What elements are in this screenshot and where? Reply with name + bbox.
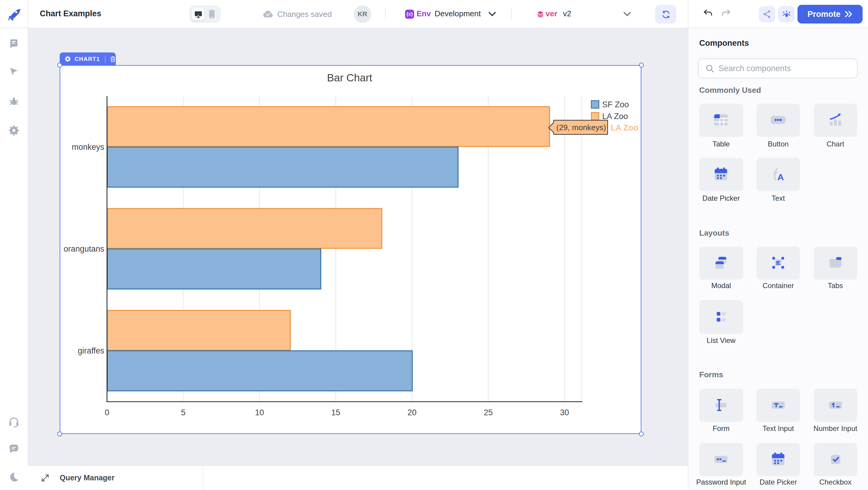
svg-text:giraffes: giraffes bbox=[78, 346, 104, 355]
svg-text:10: 10 bbox=[255, 408, 264, 417]
svg-text:30: 30 bbox=[560, 408, 569, 417]
svg-text:25: 25 bbox=[484, 408, 493, 417]
svg-text:LA Zoo: LA Zoo bbox=[610, 123, 638, 132]
svg-text:0: 0 bbox=[104, 408, 109, 417]
svg-text:A: A bbox=[777, 172, 784, 182]
svg-text:Bar Chart: Bar Chart bbox=[327, 72, 372, 84]
svg-text:monkeys: monkeys bbox=[71, 143, 104, 152]
svg-text:SF Zoo: SF Zoo bbox=[602, 100, 629, 109]
svg-text:LA Zoo: LA Zoo bbox=[602, 112, 628, 121]
svg-text:orangutans: orangutans bbox=[63, 244, 104, 253]
svg-text:15: 15 bbox=[331, 408, 340, 417]
svg-text:20: 20 bbox=[407, 408, 416, 417]
svg-text:5: 5 bbox=[181, 408, 185, 417]
svg-text:(29, monkeys): (29, monkeys) bbox=[556, 123, 606, 132]
